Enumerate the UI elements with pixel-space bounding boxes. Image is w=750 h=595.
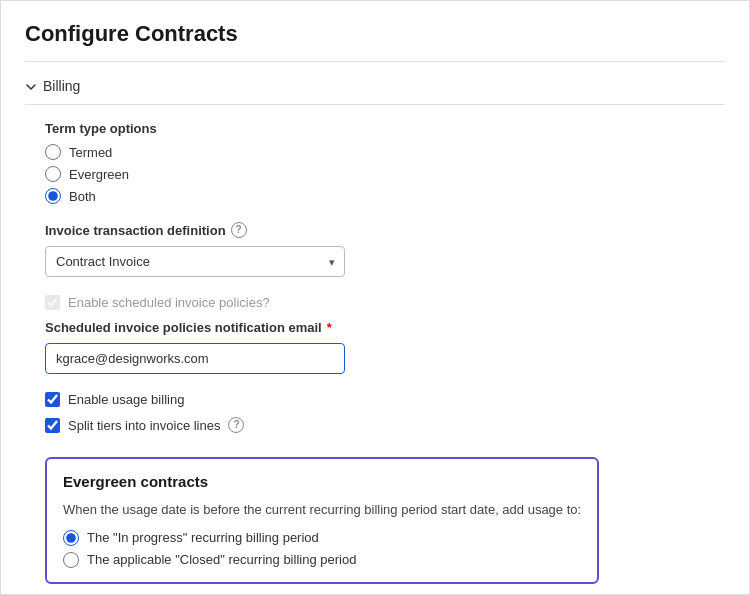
scheduled-invoice-checkbox-group: Enable scheduled invoice policies? <box>45 295 725 310</box>
invoice-transaction-select[interactable]: Contract Invoice Standard Invoice <box>45 246 345 277</box>
notification-email-group: Scheduled invoice policies notification … <box>45 320 725 374</box>
notification-email-input[interactable] <box>45 343 345 374</box>
invoice-transaction-select-container: Contract Invoice Standard Invoice ▾ <box>45 246 345 277</box>
evergreen-contracts-title: Evergreen contracts <box>63 473 581 490</box>
evergreen-radio[interactable] <box>45 166 61 182</box>
enable-usage-billing-checkbox[interactable] <box>45 392 60 407</box>
split-tiers-group: Split tiers into invoice lines ? <box>45 417 725 433</box>
term-type-label: Term type options <box>45 121 725 136</box>
evergreen-radio-group: The "In progress" recurring billing peri… <box>63 530 581 568</box>
term-type-group: Term type options Termed Evergreen Both <box>45 121 725 204</box>
split-tiers-checkbox[interactable] <box>45 418 60 433</box>
invoice-transaction-group: Invoice transaction definition ? Contrac… <box>45 222 725 277</box>
billing-section-content: Term type options Termed Evergreen Both <box>25 121 725 584</box>
radio-option-evergreen[interactable]: Evergreen <box>45 166 725 182</box>
radio-option-closed[interactable]: The applicable "Closed" recurring billin… <box>63 552 581 568</box>
scheduled-invoice-checkbox[interactable] <box>45 295 60 310</box>
closed-period-label: The applicable "Closed" recurring billin… <box>87 552 356 567</box>
page-container: Configure Contracts Billing Term type op… <box>0 0 750 595</box>
chevron-down-icon <box>25 80 37 92</box>
termed-radio[interactable] <box>45 144 61 160</box>
billing-section-header[interactable]: Billing <box>25 78 725 105</box>
required-star: * <box>327 320 332 335</box>
radio-option-in-progress[interactable]: The "In progress" recurring billing peri… <box>63 530 581 546</box>
billing-section-label: Billing <box>43 78 80 94</box>
term-type-radio-group: Termed Evergreen Both <box>45 144 725 204</box>
evergreen-contracts-box: Evergreen contracts When the usage date … <box>45 457 599 584</box>
scheduled-invoice-label: Enable scheduled invoice policies? <box>68 295 270 310</box>
both-radio[interactable] <box>45 188 61 204</box>
radio-option-termed[interactable]: Termed <box>45 144 725 160</box>
termed-label: Termed <box>69 145 112 160</box>
evergreen-contracts-description: When the usage date is before the curren… <box>63 500 581 520</box>
both-label: Both <box>69 189 96 204</box>
notification-email-label: Scheduled invoice policies notification … <box>45 320 725 335</box>
closed-period-radio[interactable] <box>63 552 79 568</box>
invoice-transaction-label: Invoice transaction definition ? <box>45 222 725 238</box>
radio-option-both[interactable]: Both <box>45 188 725 204</box>
evergreen-term-label: Evergreen <box>69 167 129 182</box>
in-progress-radio[interactable] <box>63 530 79 546</box>
enable-usage-billing-group: Enable usage billing <box>45 392 725 407</box>
page-title: Configure Contracts <box>25 21 725 62</box>
split-tiers-label: Split tiers into invoice lines <box>68 418 220 433</box>
invoice-transaction-help-icon[interactable]: ? <box>231 222 247 238</box>
in-progress-label: The "In progress" recurring billing peri… <box>87 530 319 545</box>
split-tiers-help-icon[interactable]: ? <box>228 417 244 433</box>
enable-usage-billing-label: Enable usage billing <box>68 392 184 407</box>
